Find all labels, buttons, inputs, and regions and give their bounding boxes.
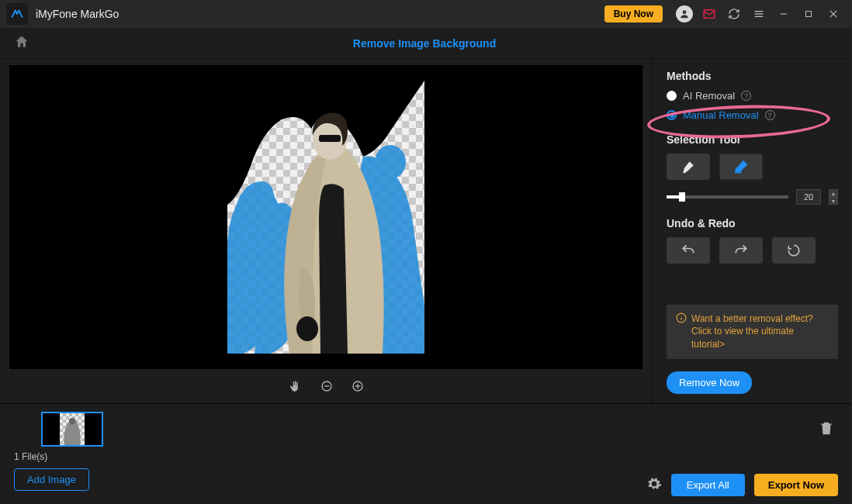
app-title: iMyFone MarkGo — [36, 8, 604, 20]
brush-tool-button[interactable] — [667, 154, 710, 180]
svg-point-9 — [375, 145, 406, 179]
svg-rect-12 — [319, 135, 341, 142]
remove-now-button[interactable]: Remove Now — [667, 371, 752, 394]
undo-button[interactable] — [667, 237, 710, 264]
tutorial-tip[interactable]: Want a better removal effect? Click to v… — [667, 305, 838, 359]
methods-heading: Methods — [667, 70, 838, 82]
help-icon[interactable]: ? — [765, 110, 775, 120]
tip-text: Want a better removal effect? Click to v… — [691, 312, 829, 351]
footer: 1 File(s) Add Image Export All Export No… — [0, 404, 852, 504]
method-manual-label: Manual Removal — [683, 109, 759, 121]
page-title: Remove Image Background — [29, 37, 838, 50]
export-all-button[interactable]: Export All — [671, 474, 745, 496]
undo-redo-heading: Undo & Redo — [667, 217, 838, 230]
svg-rect-6 — [806, 12, 812, 17]
slider-track[interactable] — [667, 195, 788, 198]
canvas-zoom-tools — [9, 369, 642, 403]
svg-point-24 — [69, 418, 75, 424]
brush-size-slider[interactable]: 20 ▲ ▼ — [667, 189, 838, 205]
spin-up-icon[interactable]: ▲ — [829, 189, 838, 197]
svg-point-0 — [683, 10, 687, 14]
trash-icon[interactable] — [818, 419, 835, 440]
help-icon[interactable]: ? — [741, 91, 751, 101]
redo-button[interactable] — [719, 237, 763, 264]
side-panel: Methods AI Removal ? Manual Removal ? Se… — [652, 59, 852, 403]
selection-tool-heading: Selection Tool — [667, 133, 838, 146]
export-now-button[interactable]: Export Now — [754, 474, 838, 496]
refresh-icon[interactable] — [725, 5, 743, 23]
spin-down-icon[interactable]: ▼ — [829, 197, 838, 205]
method-manual-radio[interactable]: Manual Removal ? — [667, 109, 838, 121]
file-count: 1 File(s) — [14, 451, 838, 462]
file-thumbnail[interactable] — [41, 412, 103, 447]
add-image-button[interactable]: Add Image — [14, 468, 89, 491]
zoom-in-icon[interactable] — [352, 380, 364, 392]
minimize-icon[interactable] — [774, 5, 793, 23]
info-icon — [676, 312, 687, 351]
slider-value: 20 — [796, 189, 821, 205]
maximize-icon[interactable] — [799, 5, 818, 23]
close-icon[interactable] — [824, 5, 843, 23]
settings-icon[interactable] — [646, 476, 662, 495]
method-ai-radio[interactable]: AI Removal ? — [667, 90, 838, 102]
image-canvas[interactable] — [9, 65, 642, 369]
eraser-tool-button[interactable] — [719, 154, 763, 180]
home-icon[interactable] — [14, 34, 29, 53]
radio-dot-icon — [667, 110, 677, 120]
account-icon[interactable] — [675, 5, 694, 23]
method-ai-label: AI Removal — [683, 90, 735, 102]
svg-point-13 — [296, 316, 318, 341]
mail-icon[interactable] — [700, 5, 719, 23]
svg-rect-19 — [735, 171, 742, 173]
title-bar: iMyFone MarkGo Buy Now — [0, 0, 852, 28]
menu-icon[interactable] — [750, 5, 768, 23]
svg-point-10 — [251, 193, 279, 224]
app-logo — [6, 3, 28, 25]
buy-now-button[interactable]: Buy Now — [604, 5, 663, 22]
radio-dot-icon — [667, 91, 677, 101]
pan-hand-icon[interactable] — [288, 379, 302, 393]
reset-button[interactable] — [772, 237, 816, 264]
breadcrumb: Remove Image Background — [0, 28, 852, 59]
zoom-out-icon[interactable] — [320, 380, 333, 392]
